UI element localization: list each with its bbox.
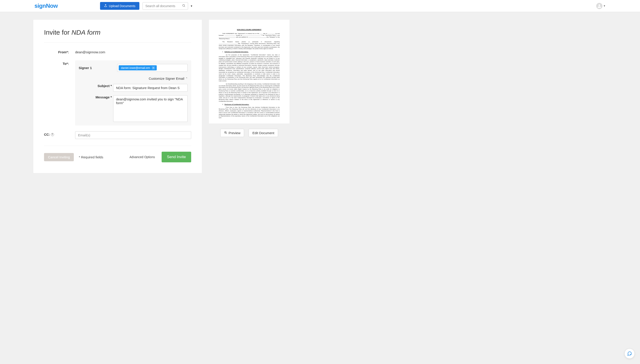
svg-line-1 [184,6,185,7]
preview-actions: Preview Edit Document [220,129,278,137]
document-thumbnail: NON-DISCLOSURE AGREEMENT THIS AGREEMENT … [209,20,289,124]
cc-input[interactable] [75,131,191,139]
user-menu[interactable]: ▼ [596,3,605,9]
search-input[interactable] [143,2,188,10]
zoom-icon [224,131,227,135]
customize-signer-email-toggle[interactable]: Customize Signer Email ⌃ [149,76,188,80]
subject-label: Subject * [79,84,113,88]
cancel-button[interactable]: Cancel Inviting [44,153,74,161]
signer-block: Signer 1 daniel.lowe@email.em × Customiz… [75,60,191,126]
main: Invite for NDA form From*: dean@signnow.… [0,12,640,181]
invite-panel: Invite for NDA form From*: dean@signnow.… [33,20,202,173]
preview-button[interactable]: Preview [220,129,244,137]
send-invite-button[interactable]: Send Invite [162,152,191,162]
search-wrap [143,2,188,10]
search-dropdown-caret[interactable]: ▼ [190,5,193,7]
from-row: From*: dean@signnow.com [44,49,191,54]
signer-email-input[interactable]: daniel.lowe@email.em × [117,64,188,72]
search-icon[interactable] [182,4,185,8]
avatar [596,3,602,9]
chevron-down-icon: ▼ [603,5,605,7]
signer-label: Signer 1 [79,66,113,70]
remove-email-icon[interactable]: × [152,66,155,70]
divider [44,146,191,146]
upload-documents-button[interactable]: Upload Documents [100,2,139,10]
message-label: Message * [79,95,113,99]
logo[interactable]: signNow [35,2,58,9]
preview-column: NON-DISCLOSURE AGREEMENT THIS AGREEMENT … [209,20,289,137]
cc-row: CC: ? [44,131,191,139]
help-icon[interactable]: ? [51,133,54,136]
header: signNow Upload Documents ▼ ▼ [0,0,640,12]
to-row: To*: Signer 1 daniel.lowe@email.em × [44,60,191,126]
email-tag: daniel.lowe@email.em × [119,65,157,70]
from-value: dean@signnow.com [75,49,191,54]
upload-icon [104,4,107,8]
chevron-up-icon: ⌃ [186,77,188,80]
svg-point-0 [182,4,184,6]
panel-title: Invite for NDA form [44,29,191,43]
required-note: * Required fields [79,155,103,159]
advanced-options-link[interactable]: Advanced Options [130,155,155,159]
edit-document-button[interactable]: Edit Document [248,129,278,137]
cc-label: CC: ? [44,132,69,136]
from-label: From*: [58,50,69,54]
message-textarea[interactable] [113,95,188,122]
svg-point-2 [598,4,600,6]
footer-row: Cancel Inviting * Required fields Advanc… [44,152,191,162]
upload-label: Upload Documents [109,4,135,8]
svg-line-4 [226,133,227,134]
subject-input[interactable] [113,84,188,92]
to-label: To*: [63,62,69,66]
